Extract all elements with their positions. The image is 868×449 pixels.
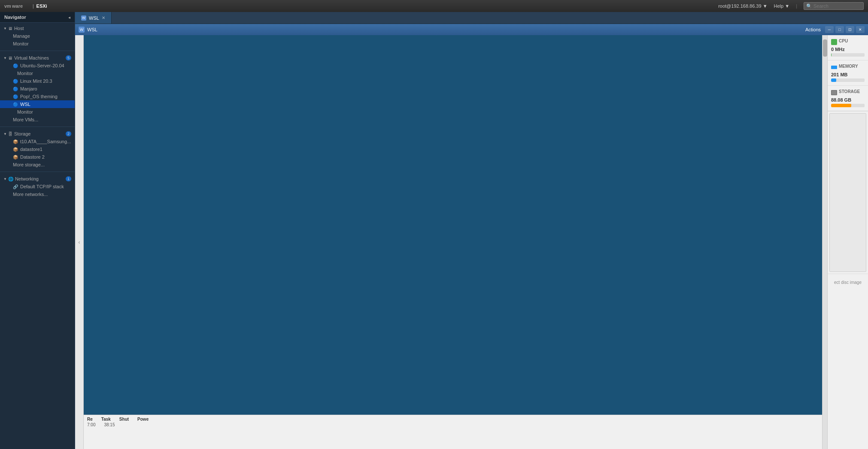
scroll-track[interactable] xyxy=(822,35,827,449)
storage-icon-nav: 🗄 xyxy=(8,132,12,136)
vmware-topbar: vm ware | ESXi root@192.168.86.39 ▼ Help… xyxy=(0,0,868,12)
vm-label: Virtual Machines xyxy=(14,55,49,60)
memory-label: MEMORY xyxy=(839,64,858,69)
sidebar-item-monitor-host[interactable]: Monitor xyxy=(0,40,75,48)
minimize-button[interactable]: ─ xyxy=(825,26,834,33)
ubuntu-icon: 🔵 xyxy=(13,63,18,68)
storage-badge: 2 xyxy=(66,131,71,136)
window-titlebar: W WSL Actions ─ □ ⊡ ✕ xyxy=(75,24,868,35)
sidebar-item-ubuntu[interactable]: 🔵 Ubuntu-Server-20.04 xyxy=(0,62,75,69)
storage-group-header[interactable]: ▼ 🗄 Storage 2 xyxy=(0,130,75,138)
tab-wsl[interactable]: W WSL ✕ xyxy=(75,12,112,24)
restore-button[interactable]: ⊡ xyxy=(846,26,854,33)
storage-label-stat: STORAGE xyxy=(839,89,860,94)
host-icon: 🖥 xyxy=(8,26,12,31)
popos-icon: 🔵 xyxy=(13,94,18,99)
storage-value: 88.08 GB xyxy=(831,97,865,102)
sidebar-item-ubuntu-monitor[interactable]: Monitor xyxy=(0,69,75,77)
sidebar-item-popos[interactable]: 🔵 Pop!_OS theming xyxy=(0,93,75,100)
vm-badge: 5 xyxy=(66,55,71,60)
tcp-icon: 🔗 xyxy=(13,184,18,189)
sidebar-item-datastore1[interactable]: 📦 datastore1 xyxy=(0,145,75,153)
tab-wsl-icon: W xyxy=(81,15,86,21)
host-section: ▼ 🖥 Host Manage Monitor xyxy=(0,23,75,49)
tab-wsl-close[interactable]: ✕ xyxy=(102,15,105,20)
host-label: Host xyxy=(14,26,24,31)
ubuntu-monitor-label: Monitor xyxy=(17,71,33,76)
vmware-help[interactable]: Help ▼ xyxy=(774,3,790,9)
tcp-label: Default TCP/IP stack xyxy=(20,184,64,189)
vmware-user[interactable]: root@192.168.86.39 ▼ xyxy=(718,3,767,9)
sidebar-header: Navigator ◂ xyxy=(0,12,75,23)
actions-button[interactable]: Actions xyxy=(803,26,823,33)
recent-task-time1: 7:00 xyxy=(87,422,95,427)
vmware-logo: vm ware | ESXi xyxy=(4,3,47,9)
maximize-button[interactable]: □ xyxy=(835,26,844,33)
storage-header: STORAGE xyxy=(831,89,865,96)
right-panel-extra xyxy=(828,111,868,274)
cpu-header: CPU xyxy=(831,39,865,45)
content-body: ↻ Recycle Bin xyxy=(84,35,822,415)
manjaro-label: Manjaro xyxy=(20,86,37,91)
more-networks-label: More networks... xyxy=(13,192,48,197)
memory-progress-container xyxy=(831,78,865,82)
right-panel: CPU 0 MHz MEMORY 201 MB xyxy=(827,35,868,449)
memory-value: 201 MB xyxy=(831,72,865,77)
sidebar: Navigator ◂ ▼ 🖥 Host Manage Monitor ▼ 🖥 … xyxy=(0,12,75,449)
sidebar-item-datastore2[interactable]: 📦 Datastore 2 xyxy=(0,153,75,161)
ubuntu-label: Ubuntu-Server-20.04 xyxy=(20,63,64,68)
host-group-header[interactable]: ▼ 🖥 Host xyxy=(0,24,75,32)
sidebar-collapse-icon[interactable]: ◂ xyxy=(68,15,70,20)
vmware-topbar-right: root@192.168.86.39 ▼ Help ▼ | 🔍 xyxy=(718,2,864,10)
svg-text:vm: vm xyxy=(4,3,11,9)
vmware-pipe: | xyxy=(796,3,797,9)
sidebar-item-wsl[interactable]: 🔵 WSL xyxy=(0,100,75,108)
cpu-icon xyxy=(831,39,837,45)
vmware-separator: | xyxy=(33,4,34,9)
sidebar-item-manjaro[interactable]: 🔵 Manjaro xyxy=(0,85,75,93)
sidebar-item-manage[interactable]: Manage xyxy=(0,32,75,40)
close-button[interactable]: ✕ xyxy=(856,26,865,33)
storage-progress-fill xyxy=(831,104,851,107)
left-arrow-panel[interactable]: ‹ xyxy=(75,35,84,449)
monitor-host-label: Monitor xyxy=(13,41,29,46)
cpu-progress-container xyxy=(831,53,865,57)
vm-chevron: ▼ xyxy=(3,56,7,60)
recent-task-time2: 38:15 xyxy=(104,422,115,427)
recent-task-col-powe: Powe xyxy=(137,417,149,422)
recent-task-row-1: 7:00 38:15 xyxy=(87,422,819,427)
memory-icon xyxy=(831,66,837,69)
main-layout: Navigator ◂ ▼ 🖥 Host Manage Monitor ▼ 🖥 … xyxy=(0,12,868,449)
sidebar-item-linuxmint[interactable]: 🔵 Linux Mint 20.3 xyxy=(0,77,75,85)
more-vms-label: More VMs... xyxy=(13,117,38,122)
content-split: ‹ xyxy=(75,35,868,449)
networking-label: Networking xyxy=(15,176,39,181)
manjaro-icon: 🔵 xyxy=(13,87,18,91)
window-title-text: WSL xyxy=(87,27,800,32)
sidebar-item-wsl-monitor[interactable]: Monitor xyxy=(0,108,75,116)
cpu-value: 0 MHz xyxy=(831,47,865,52)
sidebar-item-tcp[interactable]: 🔗 Default TCP/IP stack xyxy=(0,183,75,190)
scroll-thumb[interactable] xyxy=(823,39,827,57)
storage-label: Storage xyxy=(14,131,31,136)
ata-label: t10.ATA____Samsung... xyxy=(20,139,71,144)
memory-section: MEMORY 201 MB xyxy=(828,60,868,86)
sidebar-item-more-vms[interactable]: More VMs... xyxy=(0,116,75,124)
cpu-progress-fill xyxy=(831,53,832,57)
ds2-icon: 📦 xyxy=(13,155,18,160)
content-area: W WSL ✕ W WSL Actions ─ □ ⊡ ✕ ‹ xyxy=(75,12,868,449)
esxi-label: ESXi xyxy=(36,3,47,9)
sidebar-item-more-storage[interactable]: More storage... xyxy=(0,161,75,169)
right-panel-bottom xyxy=(828,291,868,449)
wsl-monitor-label: Monitor xyxy=(17,109,33,115)
vmware-search-input[interactable] xyxy=(804,2,864,10)
vm-group-header[interactable]: ▼ 🖥 Virtual Machines 5 xyxy=(0,54,75,62)
divider-2 xyxy=(0,127,75,127)
ds1-icon: 📦 xyxy=(13,147,18,152)
divider-3 xyxy=(0,172,75,172)
memory-header: MEMORY xyxy=(831,64,865,70)
networking-group-header[interactable]: ▼ 🌐 Networking 1 xyxy=(0,175,75,183)
sidebar-item-ata[interactable]: 📦 t10.ATA____Samsung... xyxy=(0,138,75,145)
linuxmint-label: Linux Mint 20.3 xyxy=(20,78,52,84)
sidebar-item-more-networks[interactable]: More networks... xyxy=(0,190,75,198)
